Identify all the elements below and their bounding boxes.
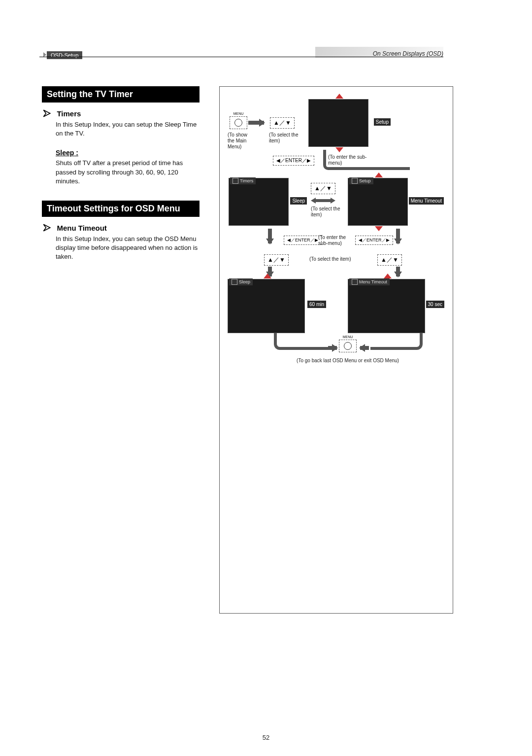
caption-select: (To select the item)	[311, 206, 340, 218]
sub-body: In this Setup Index, you can setup the O…	[56, 235, 200, 262]
menu-label: MENU	[233, 112, 244, 115]
caption-select: (To select the item)	[309, 256, 364, 262]
section-badge: OSD-Setup	[47, 51, 82, 59]
thumb-menutimeout-big: Menu Timeout 30 sec	[348, 279, 425, 333]
left-column: Setting the TV Timer Timers In this Setu…	[42, 86, 200, 273]
thumb-timers: Timers Sleep	[229, 178, 289, 226]
arrow-bend-icon	[370, 333, 423, 350]
thumb-tab: Menu Timeout	[349, 278, 390, 285]
arrow-icon	[248, 121, 264, 125]
arrow-icon	[268, 229, 272, 243]
content: Setting the TV Timer Timers In this Setu…	[42, 86, 453, 273]
chevron-icon	[42, 223, 52, 235]
updown-key-icon: ▲／▼	[270, 117, 295, 129]
arrow-bend-icon	[323, 150, 410, 170]
thumb-value: 30 sec	[426, 301, 444, 308]
thumb-setup: Setup	[308, 99, 368, 147]
arrow-icon	[396, 229, 400, 243]
two-arrow-icon	[311, 198, 335, 203]
updown-key-icon: ▲／▼	[311, 183, 335, 194]
thumb-label: Setup	[374, 118, 391, 126]
sleep-label: Sleep :	[56, 149, 200, 157]
subsection-timers: Timers In this Setup Index, you can setu…	[42, 108, 200, 186]
thumb-label: Sleep	[290, 197, 307, 205]
caption-select: (To select the item)	[269, 132, 299, 144]
arrow-icon	[396, 267, 400, 276]
header-right: On Screen Displays (OSD)	[373, 50, 443, 57]
thumb-label: Menu Timeout	[409, 197, 444, 205]
leftright-key-icon: ◀／ENTER／▶	[355, 236, 393, 245]
sub-body: In this Setup Index, you can setup the S…	[56, 120, 200, 138]
chevron-icon	[42, 108, 52, 120]
diagram-panel: MENU (To show the Main Menu) ▲／▼ (To sel…	[219, 86, 453, 614]
thumb-tab: Timers	[230, 177, 256, 184]
page-number: 52	[0, 734, 532, 741]
diagram: MENU (To show the Main Menu) ▲／▼ (To sel…	[225, 97, 448, 608]
thumb-tab: Setup	[349, 177, 373, 184]
header-rule	[39, 57, 443, 57]
sleep-body: Shuts off TV after a preset period of ti…	[56, 159, 200, 186]
arrow-icon	[360, 346, 369, 350]
thumb-sleep-big: Sleep 60 min	[228, 279, 305, 333]
thumb-setup2: Setup Menu Timeout	[348, 178, 408, 226]
thumb-tab: Sleep	[229, 278, 253, 285]
page: OSD-Setup On Screen Displays (OSD) Setti…	[0, 0, 532, 756]
subsection-menu-timeout: Menu Timeout In this Setup Index, you ca…	[42, 223, 200, 262]
leftright-key-icon: ◀／ENTER／▶	[284, 236, 322, 245]
section-title-2: Timeout Settings for OSD Menu	[42, 201, 200, 217]
arrow-bend-icon	[274, 333, 336, 350]
caption-show-main: (To show the Main Menu)	[228, 132, 255, 150]
arrow-icon	[328, 346, 337, 350]
menu-label: MENU	[343, 335, 353, 339]
section-title-1: Setting the TV Timer	[42, 86, 200, 103]
caption-enter-sub: (To enter the sub-menu)	[318, 235, 353, 246]
updown-key-icon: ▲／▼	[264, 254, 289, 266]
sub-heading: Timers	[57, 109, 81, 118]
menu-button-icon: MENU	[339, 340, 357, 352]
thumb-value: 60 min	[307, 301, 326, 308]
caption-go-back: (To go back last OSD Menu or exit OSD Me…	[279, 358, 417, 364]
updown-key-icon: ▲／▼	[377, 254, 402, 266]
leftright-key-icon: ◀／ENTER／▶	[273, 156, 314, 166]
menu-button-icon: MENU	[230, 116, 247, 129]
sub-heading: Menu Timeout	[57, 224, 106, 232]
